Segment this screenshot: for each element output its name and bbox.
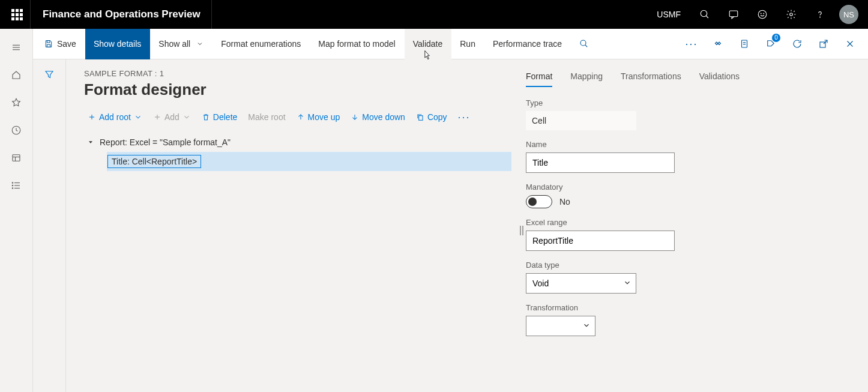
legal-entity-label[interactable]: USMF [651,10,687,19]
field-excel-range: Excel range [526,218,855,251]
svg-point-6 [790,13,793,16]
refresh-button[interactable] [784,29,810,59]
tree-child-node-selected[interactable]: Title: Cell<ReportTitle> [107,152,511,171]
svg-rect-22 [47,44,50,47]
nav-hamburger[interactable] [0,34,33,61]
hamburger-icon [11,42,22,53]
grip-icon [519,225,524,237]
add-label: Add [164,112,179,122]
search-icon [699,9,710,20]
list-icon [11,180,22,191]
tab-transformations[interactable]: Transformations [621,71,681,87]
pane-splitter[interactable] [517,69,526,392]
nav-workspaces[interactable] [0,144,33,172]
notifications-button[interactable]: 0 [758,29,784,59]
svg-point-5 [764,13,764,14]
actionbar-search-button[interactable] [571,29,597,59]
chevron-down-icon [134,113,142,121]
settings-button[interactable] [778,0,804,29]
popout-button[interactable] [810,29,837,59]
move-down-button[interactable]: Move down [347,110,409,124]
svg-rect-12 [13,155,20,161]
workspace-icon [11,152,22,163]
svg-line-1 [706,16,708,18]
type-label: Type [526,98,855,107]
data-type-select[interactable] [526,273,636,294]
map-format-to-model-button[interactable]: Map format to model [310,29,404,59]
nav-recent[interactable] [0,116,33,144]
move-down-label: Move down [362,112,405,122]
app-launcher-button[interactable] [4,0,30,29]
format-enumerations-label: Format enumerations [221,39,301,49]
run-button[interactable]: Run [451,29,484,59]
feedback-button[interactable] [749,0,776,29]
copy-button[interactable]: Copy [412,110,451,124]
transformation-select[interactable] [526,316,595,336]
excel-range-input[interactable] [526,231,675,251]
clock-icon [11,125,22,136]
show-all-button[interactable]: Show all [150,29,212,59]
search-button[interactable] [692,0,718,29]
messages-button[interactable] [720,0,747,29]
show-all-label: Show all [158,39,190,49]
svg-point-19 [12,185,13,186]
svg-rect-25 [742,40,747,47]
show-details-button[interactable]: Show details [85,29,150,59]
chat-icon [728,9,739,20]
breadcrumb: SAMPLE FORMAT : 1 [84,69,511,78]
add-root-label: Add root [99,112,131,122]
name-label: Name [526,140,855,149]
caret-down-icon[interactable] [86,139,95,145]
cursor-icon [421,48,433,62]
show-details-label: Show details [94,39,141,49]
chevron-down-icon [196,40,203,47]
topbar-right-group: USMF NS [651,0,864,29]
page-icon [739,38,750,49]
filter-button[interactable] [44,69,55,392]
save-button[interactable]: Save [33,29,85,59]
gear-icon [786,9,797,20]
move-up-label: Move up [308,112,340,122]
data-type-label: Data type [526,261,855,270]
nav-favorites[interactable] [0,89,33,116]
office-integration-button[interactable] [705,29,731,59]
name-input[interactable] [526,152,675,173]
help-button[interactable] [807,0,833,29]
tab-format[interactable]: Format [526,71,552,87]
top-header: Finance and Operations Preview USMF NS [0,0,868,29]
format-enumerations-button[interactable]: Format enumerations [212,29,310,59]
nav-rail [0,29,33,392]
properties-tabs: Format Mapping Transformations Validatio… [526,69,855,88]
transformation-label: Transformation [526,303,855,312]
filter-icon [44,69,55,80]
star-icon [11,97,22,108]
tab-mapping[interactable]: Mapping [570,71,603,87]
validate-button[interactable]: Validate [405,29,452,59]
more-actions-button[interactable]: ··· [678,29,705,59]
attachments-button[interactable] [731,29,758,59]
svg-point-4 [761,13,761,14]
user-avatar[interactable]: NS [839,5,858,24]
tree-root-node[interactable]: Report: Excel = "Sample format_A" [86,133,511,152]
add-button[interactable]: Add [149,110,194,124]
delete-button[interactable]: Delete [198,110,241,124]
tree-more-button[interactable]: ··· [454,111,474,124]
close-button[interactable] [837,29,863,59]
toggle-knob [528,198,537,206]
plus-icon [153,113,161,121]
add-root-button[interactable]: Add root [84,110,146,124]
page-title: Format designer [84,80,511,99]
brand-title: Finance and Operations Preview [43,8,200,20]
move-up-button[interactable]: Move up [293,110,344,124]
diamond-icon [713,38,723,49]
svg-point-3 [758,10,767,19]
delete-label: Delete [213,112,237,122]
nav-home[interactable] [0,61,33,89]
divider [211,0,212,29]
performance-trace-button[interactable]: Performance trace [484,29,571,59]
tab-validations[interactable]: Validations [699,71,740,87]
waffle-icon [11,9,23,20]
mandatory-toggle[interactable] [526,195,552,208]
nav-modules[interactable] [0,172,33,199]
type-value: Cell [526,111,636,130]
